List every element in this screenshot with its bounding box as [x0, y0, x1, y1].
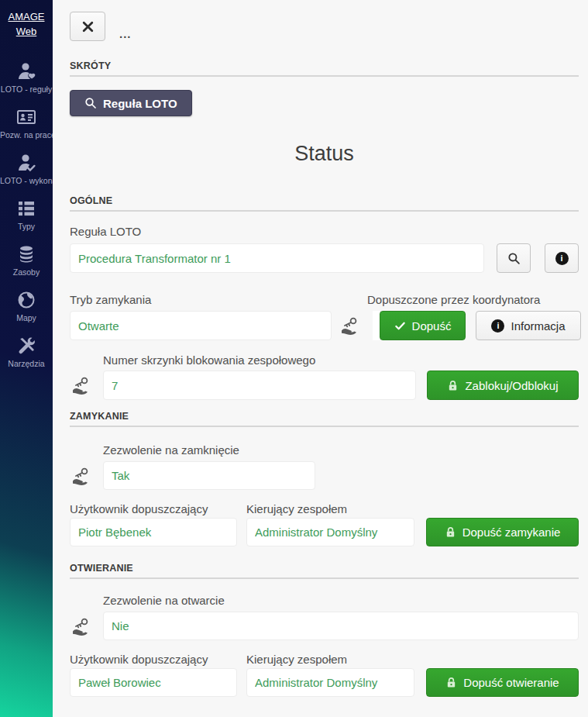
globe-icon	[15, 288, 38, 312]
allow-closing-button-label: Dopuść zamykanie	[462, 526, 561, 539]
tools-icon	[15, 334, 38, 357]
sidebar-item-label: Pozw. na pracę	[0, 130, 53, 140]
opening-leader-input[interactable]	[246, 668, 414, 697]
allow-closing-button[interactable]: Dopuść zamykanie	[426, 518, 579, 546]
box-number-label: Numer skrzynki blokowania zespołowego	[103, 353, 579, 367]
coordinator-label: Dopuszczone przez koordynatora	[367, 293, 540, 307]
user-check-icon	[15, 151, 38, 174]
coordinator-field-strip	[373, 311, 380, 340]
sidebar: AMAGE Web LOTO - reguły	[0, 0, 53, 717]
search-icon	[507, 252, 521, 265]
closing-mode-label: Tryb zamykania	[70, 293, 367, 307]
box-number-input[interactable]	[103, 371, 416, 400]
sidebar-item-loto-wykonanie[interactable]: LOTO - wykonanie	[0, 151, 53, 185]
sidebar-item-label: Mapy	[0, 313, 53, 322]
sidebar-item-narzedzia[interactable]: Narzędzia	[0, 334, 53, 368]
app-window: AMAGE Web LOTO - reguły	[0, 0, 588, 717]
sidebar-item-label: Narzędzia	[0, 359, 53, 368]
sidebar-item-pozw-na-prace[interactable]: Pozw. na pracę	[0, 105, 53, 140]
closing-mode-row: Dopuść i Informacja	[70, 311, 579, 340]
sidebar-item-typy[interactable]: Typy	[0, 197, 53, 231]
lock-icon	[445, 526, 456, 538]
page-title: Status	[70, 142, 579, 167]
user-heart-icon	[15, 60, 38, 83]
closing-user-row: Dopuść zamykanie	[70, 518, 579, 546]
opening-user-labels: Użytkownik dopuszczający Kierujący zespo…	[70, 653, 579, 667]
allow-button-label: Dopuść	[412, 319, 452, 333]
closing-permission-label: Zezwolenie na zamknięcie	[103, 443, 579, 457]
opening-permission-label: Zezwolenie na otwarcie	[103, 594, 579, 608]
id-card-icon	[15, 105, 38, 129]
rule-loto-shortcut-label: Reguła LOTO	[103, 97, 177, 110]
opening-user-label: Użytkownik dopuszczający	[70, 653, 246, 667]
opening-user-input[interactable]	[70, 668, 237, 697]
list-icon	[15, 197, 38, 220]
closing-user-labels: Użytkownik dopuszczający Kierujący zespo…	[70, 502, 579, 516]
closing-mode-input[interactable]	[70, 311, 332, 340]
lock-icon	[445, 677, 457, 688]
sidebar-item-loto-reguly[interactable]: LOTO - reguły	[0, 60, 53, 94]
info-icon: i	[555, 252, 569, 265]
sidebar-item-label: LOTO - wykonanie	[0, 176, 53, 185]
rule-loto-row: i	[70, 243, 579, 273]
closing-permission-input[interactable]	[103, 461, 315, 490]
section-header-skroty: SKRÓTY	[70, 60, 579, 77]
brand-link[interactable]: AMAGE Web	[0, 10, 53, 40]
section-header-otwieranie: OTWIERANIE	[70, 563, 579, 579]
box-number-row: Zablokuj/Odblokuj	[70, 371, 579, 400]
check-icon	[394, 320, 406, 332]
key-handover-icon	[70, 615, 103, 637]
closing-user-input[interactable]	[70, 518, 237, 546]
opening-permission-input[interactable]	[103, 612, 579, 640]
database-icon	[15, 243, 38, 266]
closing-leader-input[interactable]	[246, 518, 414, 546]
lock-unlock-button-label: Zablokuj/Odblokuj	[465, 379, 558, 392]
search-icon	[84, 97, 97, 109]
key-handover-icon	[339, 315, 360, 336]
opening-leader-label: Kierujący zespołem	[246, 653, 347, 667]
sidebar-item-label: Typy	[0, 222, 53, 231]
section-header-zamykanie: ZAMYKANIE	[70, 411, 579, 427]
rule-search-button[interactable]	[497, 243, 531, 273]
allow-opening-button[interactable]: Dopuść otwieranie	[426, 668, 579, 697]
allow-button[interactable]: Dopuść	[380, 311, 466, 340]
allow-opening-button-label: Dopuść otwieranie	[463, 676, 559, 689]
sidebar-item-label: Zasoby	[0, 267, 53, 277]
closing-permission-row	[70, 461, 579, 490]
key-handover-icon	[70, 465, 103, 487]
key-handover-icon	[70, 374, 103, 396]
main-panel: ... SKRÓTY Reguła LOTO Status OGÓLNE Reg…	[53, 0, 588, 717]
close-button[interactable]	[70, 12, 105, 41]
closing-leader-label: Kierujący zespołem	[246, 502, 347, 516]
sidebar-item-mapy[interactable]: Mapy	[0, 288, 53, 322]
information-button-label: Informacja	[511, 319, 565, 333]
rule-info-button[interactable]: i	[545, 243, 579, 273]
opening-user-row: Dopuść otwieranie	[70, 668, 579, 697]
opening-permission-row	[70, 612, 579, 640]
sidebar-item-zasoby[interactable]: Zasoby	[0, 243, 53, 277]
information-button[interactable]: i Informacja	[476, 311, 581, 340]
rule-loto-input[interactable]	[70, 243, 484, 273]
section-header-ogolne: OGÓLNE	[70, 195, 579, 212]
closing-mode-labels: Tryb zamykania Dopuszczone przez koordyn…	[70, 293, 579, 307]
rule-loto-shortcut-button[interactable]: Reguła LOTO	[70, 90, 192, 116]
info-icon: i	[491, 319, 504, 333]
sidebar-item-label: LOTO - reguły	[0, 84, 53, 94]
lock-unlock-button[interactable]: Zablokuj/Odblokuj	[427, 371, 579, 400]
sidebar-nav: LOTO - reguły Pozw. na pracę	[0, 60, 53, 380]
topbar: ...	[70, 12, 579, 41]
lock-icon	[447, 380, 459, 391]
rule-loto-label: Reguła LOTO	[70, 225, 579, 239]
close-icon	[81, 20, 95, 33]
closing-user-label: Użytkownik dopuszczający	[70, 502, 246, 516]
more-options[interactable]: ...	[119, 27, 132, 41]
